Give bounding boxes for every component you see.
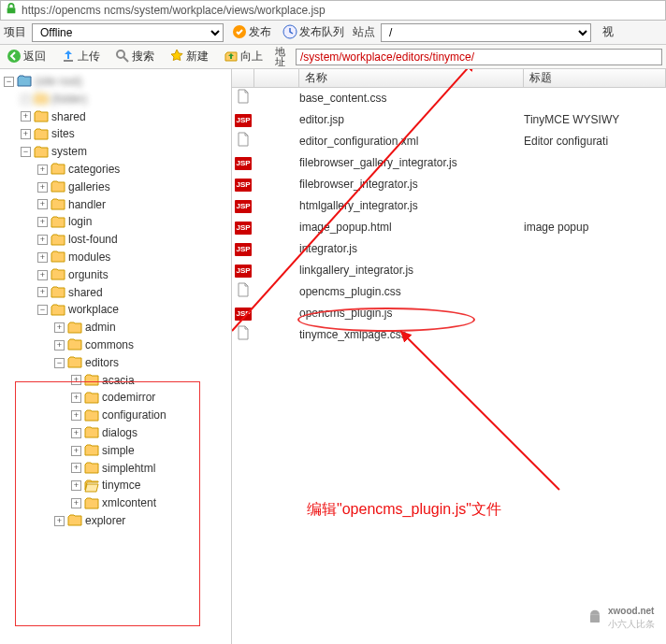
- tree-node-commons[interactable]: +commons: [54, 336, 229, 354]
- svg-line-6: [400, 331, 559, 490]
- lock-icon: [5, 2, 18, 20]
- main-area: − (site root) +(folder) +shared +sites −…: [0, 69, 666, 644]
- tree-node-configuration[interactable]: +configuration: [71, 407, 229, 424]
- svg-point-3: [7, 50, 21, 63]
- col-title[interactable]: 标题: [524, 69, 666, 87]
- svg-rect-0: [7, 7, 16, 13]
- up-icon: [224, 49, 239, 64]
- tree-node-handler[interactable]: +handler: [37, 196, 229, 214]
- jsp-icon: JSP: [235, 265, 252, 278]
- file-row[interactable]: JSPeditor.jspTinyMCE WYSIWY: [232, 109, 666, 131]
- tree-root[interactable]: − (site root): [4, 73, 229, 91]
- file-name: opencms_plugin.css: [299, 284, 524, 300]
- list-header: 名称 标题: [232, 69, 666, 88]
- file-name: htmlgallery_integrator.js: [299, 198, 524, 214]
- tree-node-workplace[interactable]: −workplace: [37, 301, 229, 319]
- android-icon: [586, 608, 604, 627]
- file-row[interactable]: opencms_plugin.css: [232, 281, 666, 303]
- upload-icon: [61, 49, 76, 64]
- tree-node-simplehtml[interactable]: +simplehtml: [71, 460, 229, 478]
- back-icon: [7, 49, 22, 64]
- tree-node-explorer[interactable]: +explorer: [54, 512, 229, 530]
- tree-node-admin[interactable]: +admin: [54, 319, 229, 336]
- file-row[interactable]: editor_configuration.xmlEditor configura…: [232, 131, 666, 152]
- browser-url-bar: https://opencms ncms/system/workplace/vi…: [0, 0, 666, 21]
- tree-node-modules[interactable]: +modules: [37, 249, 229, 266]
- file-icon: [236, 132, 251, 151]
- file-row[interactable]: JSPfilebrowser_integrator.js: [232, 174, 666, 195]
- file-row[interactable]: JSPhtmlgallery_integrator.js: [232, 195, 666, 217]
- folder-tree[interactable]: − (site root) +(folder) +shared +sites −…: [2, 73, 229, 530]
- jsp-icon: JSP: [235, 222, 252, 235]
- file-title: Editor configurati: [524, 134, 666, 150]
- address-label: 地址: [275, 47, 292, 67]
- tree-node-system[interactable]: −system: [21, 143, 229, 161]
- jsp-icon: JSP: [235, 243, 252, 256]
- file-name: image_popup.html: [299, 220, 524, 236]
- url-text: https://opencms ncms/system/workplace/vi…: [22, 3, 661, 19]
- file-icon: [236, 89, 251, 108]
- col-spacer[interactable]: [254, 69, 299, 87]
- up-button[interactable]: 向上: [221, 47, 266, 66]
- file-row[interactable]: tinymce_xmlpage.css: [232, 324, 666, 346]
- file-title: TinyMCE WYSIWY: [524, 112, 666, 128]
- publish-button[interactable]: 发布: [229, 22, 274, 42]
- upload-button[interactable]: 上传: [58, 47, 103, 66]
- tree-node-lost-found[interactable]: +lost-found: [37, 231, 229, 249]
- watermark: xwood.net 小六人比条: [586, 605, 655, 631]
- clock-icon: [282, 24, 297, 39]
- site-select[interactable]: /: [381, 23, 591, 42]
- tree-node-orgunits[interactable]: +orgunits: [37, 266, 229, 284]
- tree-node-login[interactable]: +login: [37, 213, 229, 231]
- file-row[interactable]: base_content.css: [232, 88, 666, 109]
- project-site-bar: 项目 Offline 发布 发布队列 站点 / 视: [0, 21, 666, 45]
- search-icon: [115, 49, 130, 64]
- search-button[interactable]: 搜索: [112, 47, 157, 66]
- tree-node-tinymce[interactable]: +tinymce: [71, 477, 229, 494]
- file-name: filebrowser_gallery_integrator.js: [299, 155, 524, 171]
- new-button[interactable]: 新建: [166, 47, 211, 66]
- new-icon: [169, 49, 184, 64]
- tree-node-shared[interactable]: +shared: [37, 284, 229, 302]
- back-button[interactable]: 返回: [4, 47, 49, 66]
- file-icon: [236, 282, 251, 302]
- view-label: 视: [597, 22, 619, 42]
- file-row[interactable]: JSPopencms_plugin.js: [232, 303, 666, 324]
- file-row[interactable]: JSPimage_popup.htmlimage popup: [232, 217, 666, 238]
- file-list-pane: 名称 标题 base_content.cssJSPeditor.jspTinyM…: [232, 69, 666, 644]
- tree-node-codemirror[interactable]: +codemirror: [71, 389, 229, 407]
- jsp-icon: JSP: [235, 114, 252, 127]
- project-select[interactable]: Offline: [32, 23, 224, 42]
- address-input[interactable]: [296, 49, 662, 65]
- tree-node-acacia[interactable]: +acacia: [71, 372, 229, 390]
- tree-node-blurred[interactable]: +(folder): [21, 91, 229, 108]
- address-field-wrap: 地址: [275, 47, 662, 67]
- tree-node-shared[interactable]: +shared: [21, 108, 229, 126]
- file-name: opencms_plugin.js: [299, 306, 524, 322]
- tree-node-simple[interactable]: +simple: [71, 442, 229, 460]
- col-icon[interactable]: [232, 69, 254, 87]
- svg-rect-7: [590, 615, 600, 623]
- publish-queue-button[interactable]: 发布队列: [280, 22, 347, 42]
- file-row[interactable]: JSPlinkgallery_integrator.js: [232, 260, 666, 281]
- publish-icon: [232, 24, 247, 39]
- file-row[interactable]: JSPfilebrowser_gallery_integrator.js: [232, 152, 666, 174]
- site-label: 站点: [353, 24, 375, 40]
- tree-pane: − (site root) +(folder) +shared +sites −…: [0, 69, 232, 644]
- tree-node-sites[interactable]: +sites: [21, 125, 229, 143]
- tree-node-dialogs[interactable]: +dialogs: [71, 424, 229, 442]
- annotation-text: 编辑"opencms_plugin.js"文件: [307, 499, 501, 520]
- file-row[interactable]: JSPintegrator.js: [232, 238, 666, 260]
- project-label: 项目: [4, 24, 26, 40]
- tree-node-xmlcontent[interactable]: +xmlcontent: [71, 494, 229, 512]
- file-icon: [236, 325, 251, 345]
- jsp-icon: JSP: [235, 179, 252, 192]
- tree-node-galleries[interactable]: +galleries: [37, 179, 229, 196]
- tree-node-categories[interactable]: +categories: [37, 161, 229, 179]
- col-name[interactable]: 名称: [299, 69, 524, 87]
- tree-node-editors[interactable]: −editors: [54, 354, 229, 372]
- file-name: editor_configuration.xml: [299, 134, 524, 150]
- file-name: integrator.js: [299, 241, 524, 257]
- arrow-to-file: [344, 322, 587, 508]
- file-name: editor.jsp: [299, 112, 524, 128]
